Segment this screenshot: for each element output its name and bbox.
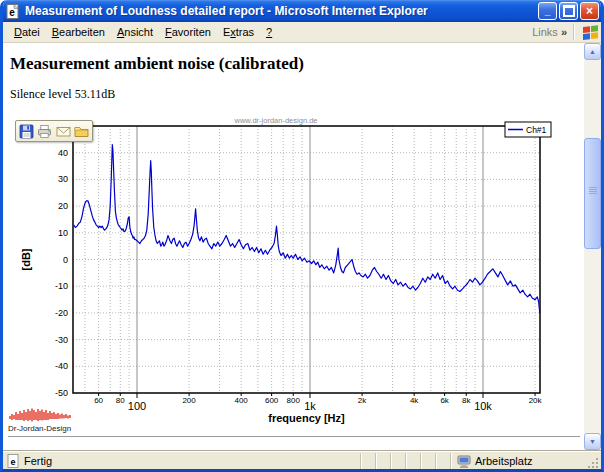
svg-text:e: e [10,457,15,467]
status-cell [435,453,450,469]
links-toolbar-label: Links [532,26,558,38]
svg-text:30: 30 [58,174,68,184]
status-cell [375,453,390,469]
svg-text:600: 600 [265,396,279,405]
status-zone-text: Arbeitsplatz [475,455,532,467]
scrollbar-thumb[interactable] [584,138,601,249]
close-button[interactable]: × [580,2,599,20]
menu-item-favoriten[interactable]: Favoriten [159,24,217,40]
svg-text:-40: -40 [55,361,68,371]
svg-text:Ch#1: Ch#1 [526,125,547,135]
svg-text:e: e [9,6,15,17]
svg-text:100: 100 [128,400,146,412]
maximize-button[interactable] [559,2,578,20]
svg-text:2k: 2k [358,396,367,405]
scroll-down-button[interactable]: ▼ [584,433,601,450]
save-icon[interactable] [19,123,34,139]
page-content: Measurement ambient noise (calibrated) S… [3,43,601,450]
svg-text:60: 60 [94,396,103,405]
chevron-icon[interactable]: » [561,26,567,38]
windows-flag-icon [579,22,601,42]
menu-item-bearbeiten[interactable]: Bearbeiten [46,24,111,40]
menu-items: DateiBearbeitenAnsichtFavoritenExtras? [8,24,278,40]
menu-item-datei[interactable]: Datei [8,24,46,40]
svg-text:80: 80 [116,396,125,405]
svg-text:-20: -20 [55,308,68,318]
svg-text:4k: 4k [410,396,419,405]
page-title: Measurement ambient noise (calibrated) [10,54,601,74]
svg-text:-50: -50 [55,388,68,398]
svg-text:800: 800 [287,396,301,405]
status-zone-panel: Arbeitsplatz [450,453,585,469]
folder-icon[interactable] [74,123,89,139]
status-text: Fertig [24,455,52,467]
minimize-button[interactable]: _ [538,2,557,20]
svg-text:1k: 1k [304,400,316,412]
menu-item-extras[interactable]: Extras [217,24,260,40]
svg-text:-30: -30 [55,335,68,345]
vertical-scrollbar[interactable]: ▲ ▼ [584,43,601,450]
dr-jordan-design-logo [8,407,74,424]
menu-item-ansicht[interactable]: Ansicht [111,24,159,40]
svg-text:40: 40 [58,148,68,158]
ie-page-icon: e [7,454,20,468]
menu-item-?[interactable]: ? [260,24,278,40]
svg-text:frequency [Hz]: frequency [Hz] [268,412,345,424]
status-cell [405,453,420,469]
menu-bar: DateiBearbeitenAnsichtFavoritenExtras? L… [3,22,601,43]
svg-text:400: 400 [234,396,248,405]
status-cell [390,453,405,469]
svg-text:[dB]: [dB] [20,248,32,270]
svg-text:10: 10 [58,228,68,238]
title-bar: e Measurement of Loudness detailed repor… [0,0,604,22]
svg-text:-10: -10 [55,281,68,291]
window-title: Measurement of Loudness detailed report … [25,4,538,18]
silence-level-text: Silence level 53.11dB [10,87,601,102]
image-toolbar [15,120,93,142]
svg-text:20k: 20k [529,396,543,405]
svg-text:www.dr-jordan-design.de: www.dr-jordan-design.de [234,116,318,125]
my-computer-icon [457,455,471,468]
status-cell [360,453,375,469]
menu-separator [573,24,575,40]
mail-icon[interactable] [56,123,71,139]
svg-text:6k: 6k [440,396,449,405]
svg-text:20: 20 [58,201,68,211]
svg-text:0: 0 [63,255,68,265]
browser-window: e Measurement of Loudness detailed repor… [0,0,604,472]
svg-text:200: 200 [182,396,196,405]
resize-grip[interactable] [585,455,601,471]
logo-caption: Dr-Jordan-Design [8,424,71,433]
ie-document-icon: e [6,4,21,19]
svg-text:10k: 10k [474,400,492,412]
chart-legend [505,122,551,137]
status-bar: e Fertig Arbeitsplatz [3,450,601,471]
status-cell [420,453,435,469]
status-left-panel: e Fertig [3,454,360,468]
svg-text:8k: 8k [462,396,471,405]
spectrum-chart: 50403020100-10-20-30-40-5060802004006008… [3,107,601,439]
content-divider [8,436,580,438]
scroll-up-button[interactable]: ▲ [584,43,601,60]
print-icon[interactable] [37,123,52,139]
